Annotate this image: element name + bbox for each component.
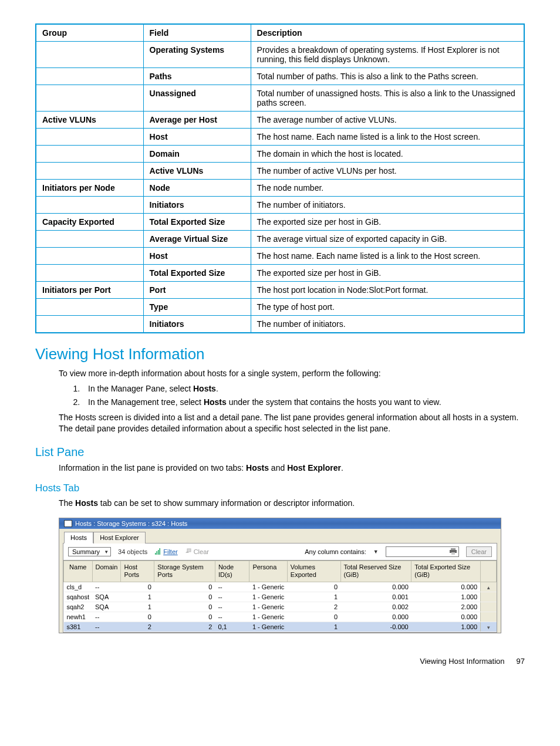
desc-cell: The host name. Each name listed is a lin… <box>251 129 524 146</box>
anycolumn-dropdown-icon[interactable]: ▼ <box>373 549 379 555</box>
table-row: Initiators per PortPortThe host port loc… <box>36 282 524 299</box>
grid-column-header[interactable]: Total Reserved Size (GiB) <box>340 561 411 582</box>
tab-host-explorer[interactable]: Host Explorer <box>93 532 146 544</box>
svg-rect-3 <box>160 548 161 555</box>
clear-link[interactable]: Clear <box>185 548 209 555</box>
tab-hosts[interactable]: Hosts <box>64 532 93 544</box>
grid-column-header[interactable]: Persona <box>249 561 287 582</box>
grid-cell: 0 <box>154 612 215 622</box>
grid-cell: 1 - Generic <box>249 602 287 612</box>
grid-row[interactable]: s381--220,11 - Generic1-0.0001.000▼ <box>64 622 497 632</box>
group-cell: Active VLUNs <box>36 112 143 129</box>
grid-cell: 0 <box>287 612 340 622</box>
field-cell: Port <box>143 282 251 299</box>
grid-cell: 2 <box>154 622 215 632</box>
field-cell: Total Exported Size <box>143 265 251 282</box>
grid-cell: 0 <box>154 602 215 612</box>
grid-cell: 0.000 <box>411 582 481 592</box>
view-select[interactable]: Summary <box>68 547 111 556</box>
grid-cell: 0.000 <box>340 612 411 622</box>
field-cell: Average per Host <box>143 112 251 129</box>
group-cell: Capacity Exported <box>36 214 143 231</box>
grid-row[interactable]: cls_d--00--1 - Generic00.0000.000▲ <box>64 582 497 592</box>
field-definitions-table: Group Field Description Operating System… <box>35 23 525 333</box>
desc-cell: Provides a breakdown of operating system… <box>251 42 524 68</box>
heading-hosts-tab: Hosts Tab <box>35 482 525 494</box>
hosts-screenshot-figure: Hosts : Storage Systems : s324 : Hosts H… <box>59 518 501 633</box>
col-group-header: Group <box>36 24 143 42</box>
group-cell <box>36 299 143 316</box>
grid-cell: -- <box>215 592 249 602</box>
table-row: Total Exported SizeThe exported size per… <box>36 265 524 282</box>
printer-icon[interactable] <box>450 548 457 556</box>
grid-column-header[interactable]: Volumes Exported <box>287 561 340 582</box>
desc-cell: The number of active VLUNs per host. <box>251 163 524 180</box>
group-cell <box>36 197 143 214</box>
table-row: DomainThe domain in which the host is lo… <box>36 146 524 163</box>
clear-button[interactable]: Clear <box>466 546 492 557</box>
field-cell: Domain <box>143 146 251 163</box>
field-cell: Node <box>143 180 251 197</box>
steps-list: In the Manager Pane, select Hosts. In th… <box>70 383 525 409</box>
group-cell <box>36 68 143 85</box>
grid-cell: -0.000 <box>340 622 411 632</box>
svg-rect-1 <box>157 551 158 555</box>
grid-cell: -- <box>92 612 121 622</box>
grid-cell: 1 <box>121 602 154 612</box>
grid-cell: 1 - Generic <box>249 612 287 622</box>
grid-column-header[interactable]: Name <box>64 561 93 582</box>
desc-cell: Total number of unassigned hosts. This i… <box>251 85 524 112</box>
grid-column-header[interactable]: Total Exported Size (GiB) <box>411 561 481 582</box>
scrollbar-track[interactable] <box>481 612 497 622</box>
scrollbar-track[interactable] <box>481 602 497 612</box>
group-cell <box>36 42 143 68</box>
field-cell: Average Virtual Size <box>143 231 251 248</box>
grid-column-header[interactable]: Node ID(s) <box>215 561 249 582</box>
group-cell: Initiators per Port <box>36 282 143 299</box>
grid-row[interactable]: sqah2SQA10--1 - Generic20.0022.000 <box>64 602 497 612</box>
grid-cell: 1 <box>287 592 340 602</box>
anycolumn-label: Any column contains: <box>305 548 366 555</box>
scroll-up-icon[interactable]: ▲ <box>481 582 497 592</box>
intro-paragraph: To view more in-depth information about … <box>59 368 525 380</box>
grid-cell: 0.002 <box>340 602 411 612</box>
desc-cell: The average number of active VLUNs. <box>251 112 524 129</box>
hosts-grid: NameDomainHost PortsStorage System Ports… <box>63 561 497 632</box>
group-cell <box>36 265 143 282</box>
svg-rect-4 <box>187 549 191 552</box>
grid-column-header[interactable]: Storage System Ports <box>154 561 215 582</box>
grid-cell: -- <box>92 622 121 632</box>
grid-row[interactable]: sqahostSQA10--1 - Generic10.0011.000 <box>64 592 497 602</box>
desc-cell: The number of initiators. <box>251 316 524 333</box>
window-titlebar: Hosts : Storage Systems : s324 : Hosts <box>59 518 501 529</box>
grid-column-header[interactable]: Domain <box>92 561 121 582</box>
field-cell: Initiators <box>143 197 251 214</box>
group-cell <box>36 316 143 333</box>
grid-cell: s381 <box>64 622 93 632</box>
svg-rect-2 <box>158 550 159 555</box>
desc-cell: The exported size per host in GiB. <box>251 214 524 231</box>
desc-cell: The domain in which the host is located. <box>251 146 524 163</box>
step-1: In the Manager Pane, select Hosts. <box>82 383 525 395</box>
field-cell: Total Exported Size <box>143 214 251 231</box>
step-2: In the Management tree, select Hosts und… <box>82 397 525 409</box>
field-cell: Operating Systems <box>143 42 251 68</box>
grid-cell: 1 - Generic <box>249 622 287 632</box>
table-row: Active VLUNsThe number of active VLUNs p… <box>36 163 524 180</box>
scroll-down-icon[interactable]: ▼ <box>481 622 497 632</box>
group-cell <box>36 146 143 163</box>
table-row: TypeThe type of host port. <box>36 299 524 316</box>
grid-cell: 0,1 <box>215 622 249 632</box>
desc-cell: The average virtual size of exported cap… <box>251 231 524 248</box>
clear-icon <box>185 548 192 555</box>
grid-column-header[interactable]: Host Ports <box>121 561 154 582</box>
table-row: PathsTotal number of paths. This is also… <box>36 68 524 85</box>
scrollbar-header <box>481 561 497 582</box>
filter-link[interactable]: Filter <box>154 548 177 556</box>
hosts-screen-paragraph: The Hosts screen is divided into a list … <box>59 412 525 435</box>
field-cell: Active VLUNs <box>143 163 251 180</box>
grid-row[interactable]: newh1--00--1 - Generic00.0000.000 <box>64 612 497 622</box>
filter-text-input[interactable] <box>386 546 459 557</box>
group-cell <box>36 231 143 248</box>
scrollbar-track[interactable] <box>481 592 497 602</box>
